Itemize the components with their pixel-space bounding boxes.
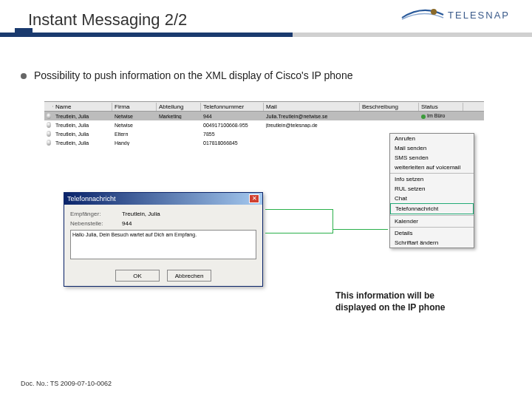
row-icon (44, 112, 53, 120)
connector-line (265, 233, 333, 233)
col-abteilung[interactable]: Abteilung (157, 103, 201, 111)
ok-button[interactable]: OK (115, 270, 160, 282)
cell-name: Treutlein, Julia (53, 140, 112, 146)
cell-abt: Marketing (157, 114, 201, 119)
bullet-text: Possibility to push information on the X… (34, 69, 352, 81)
cell-mail: jtreutlein@telesnap.de (264, 123, 360, 128)
dialog-buttons: OK Abbrechen (64, 265, 262, 286)
cell-firma: Netwise (112, 114, 157, 119)
cell-firma: Handy (112, 140, 157, 146)
close-icon[interactable]: ✕ (249, 194, 259, 203)
cell-firma: Eltern (112, 132, 157, 137)
menu-anrufen[interactable]: Anrufen (390, 134, 474, 143)
logo-swoosh-icon (400, 7, 445, 22)
col-firma[interactable]: Firma (112, 103, 157, 111)
col-status[interactable]: Status (419, 103, 463, 111)
menu-rul[interactable]: RUL setzen (390, 184, 474, 194)
callout-caption: This information will be displayed on th… (335, 290, 483, 313)
phone-message-dialog: Telefonnachricht ✕ Empfänger: Treutlein,… (64, 192, 263, 287)
dialog-titlebar: Telefonnachricht ✕ (64, 193, 262, 205)
cell-status: Im Büro (419, 113, 463, 118)
cell-tel: 7855 (201, 132, 264, 137)
menu-voicemail[interactable]: weiterleiten auf voicemail (390, 163, 474, 172)
person-icon (47, 122, 51, 128)
table-row[interactable]: Treutlein, Julia Netwise Marketing 944 J… (44, 112, 484, 120)
recipient-value: Treutlein, Julia (122, 211, 160, 217)
menu-divider (390, 215, 474, 216)
person-icon (47, 140, 51, 146)
caption-line2: displayed on the IP phone (335, 302, 483, 314)
connector-line (332, 229, 388, 230)
menu-divider (390, 227, 474, 228)
col-beschreibung[interactable]: Beschreibung (360, 103, 419, 111)
bullet-dot-icon (21, 73, 27, 79)
menu-details[interactable]: Details (390, 228, 474, 238)
cell-name: Treutlein, Julia (53, 132, 112, 137)
page-title: Instant Messaging 2/2 (28, 10, 187, 30)
menu-chat[interactable]: Chat (390, 194, 474, 203)
person-icon (47, 113, 51, 119)
cell-tel: 004917100668-955 (201, 123, 264, 128)
table-header: Name Firma Abteilung Telefonnummer Mail … (44, 101, 484, 112)
svg-point-0 (431, 9, 437, 15)
cell-name: Treutlein, Julia (53, 123, 112, 128)
menu-divider (390, 173, 474, 174)
cell-tel: 944 (201, 114, 264, 119)
ext-value: 944 (122, 220, 132, 227)
person-icon (47, 131, 51, 137)
context-menu: Anrufen Mail senden SMS senden weiterlei… (389, 133, 474, 248)
bullet-item: Possibility to push information on the X… (21, 69, 352, 81)
cell-mail: Julia.Treutlein@netwise.se (264, 114, 360, 119)
dialog-title-text: Telefonnachricht (67, 195, 116, 202)
caption-line1: This information will be (335, 290, 483, 302)
menu-info[interactable]: Info setzen (390, 174, 474, 184)
ext-label: Nebenstelle: (70, 220, 115, 227)
connector-line (265, 209, 333, 210)
doc-footer: Doc. No.: TS 2009-07-10-0062 (21, 380, 112, 387)
cell-name: Treutlein, Julia (53, 114, 112, 119)
col-mail[interactable]: Mail (264, 103, 360, 111)
logo-text: TELESNAP (448, 10, 510, 21)
header-bar (0, 33, 532, 37)
cell-tel: 017818066845 (201, 140, 264, 146)
col-name[interactable]: Name (53, 103, 112, 111)
menu-schriftart[interactable]: Schriftart ändern (390, 238, 474, 248)
menu-telefonnachricht[interactable]: Telefonnachricht (390, 203, 474, 214)
logo: TELESNAP (400, 7, 510, 22)
menu-sms[interactable]: SMS senden (390, 153, 474, 163)
table-row[interactable]: Treutlein, Julia Netwise 004917100668-95… (44, 120, 484, 129)
cancel-button[interactable]: Abbrechen (167, 270, 211, 282)
connector-line (332, 229, 333, 233)
cell-firma: Netwise (112, 123, 157, 128)
col-telefon[interactable]: Telefonnummer (201, 103, 264, 111)
menu-mail[interactable]: Mail senden (390, 143, 474, 153)
menu-kalender[interactable]: Kalender (390, 216, 474, 226)
connector-line (332, 209, 333, 229)
status-dot-icon (421, 115, 426, 119)
recipient-label: Empfänger: (70, 211, 115, 217)
message-textarea[interactable]: Hallo Julia, Dein Besuch wartet auf Dich… (70, 230, 256, 259)
dialog-body: Empfänger: Treutlein, Julia Nebenstelle:… (64, 205, 262, 265)
